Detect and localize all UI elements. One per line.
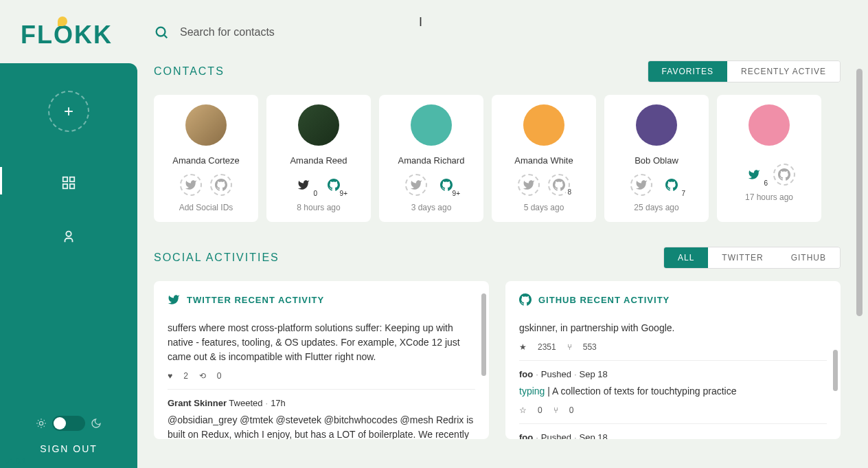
version-label: v1.0.1 bbox=[5, 457, 26, 465]
github-badge[interactable]: 7 bbox=[661, 174, 683, 196]
text-cursor: I bbox=[419, 15, 422, 30]
twitter-badge[interactable] bbox=[630, 174, 652, 196]
github-count: 8 bbox=[566, 188, 573, 196]
search-icon bbox=[154, 25, 169, 40]
tweet-text: suffers where most cross-platform soluti… bbox=[168, 321, 475, 364]
tab-recently-active[interactable]: RECENTLY ACTIVE bbox=[727, 61, 840, 82]
twitter-badge[interactable] bbox=[405, 174, 427, 196]
signout-button[interactable]: SIGN OUT bbox=[40, 443, 98, 454]
activities-heading: SOCIAL ACTIVITIES bbox=[154, 252, 279, 264]
contact-card[interactable]: Amanda CortezeAdd Social IDs bbox=[154, 95, 258, 222]
contact-name: Amanda Reed bbox=[290, 155, 347, 166]
twitter-badge[interactable] bbox=[180, 174, 202, 196]
tweet-time: 17h bbox=[271, 398, 286, 408]
contact-meta: 8 hours ago bbox=[297, 203, 340, 212]
search-input[interactable] bbox=[180, 26, 455, 38]
contact-name: Bob Oblaw bbox=[635, 155, 678, 166]
tab-twitter[interactable]: TWITTER bbox=[708, 247, 777, 268]
twitter-badge[interactable]: 0 bbox=[293, 174, 315, 196]
moon-icon bbox=[91, 418, 102, 429]
avatar bbox=[523, 104, 564, 146]
panel-scrollbar[interactable] bbox=[481, 293, 486, 376]
contact-name: Amanda White bbox=[514, 155, 573, 166]
github-badge[interactable] bbox=[210, 174, 232, 196]
fork-icon: ⑂ bbox=[553, 404, 558, 416]
contacts-nav-icon[interactable] bbox=[56, 223, 82, 249]
contacts-heading: CONTACTS bbox=[154, 65, 225, 78]
tab-github[interactable]: GITHUB bbox=[777, 247, 840, 268]
contact-meta: 3 days ago bbox=[411, 203, 452, 212]
contact-meta: 5 days ago bbox=[524, 203, 564, 212]
gh-repo-link[interactable]: typing bbox=[519, 386, 545, 397]
github-badge[interactable]: 9+ bbox=[323, 174, 345, 196]
main-scrollbar[interactable] bbox=[856, 69, 863, 316]
svg-rect-1 bbox=[70, 177, 74, 181]
like-count: 2 bbox=[183, 370, 188, 382]
github-count: 9+ bbox=[339, 190, 349, 197]
contact-name: Amanda Corteze bbox=[172, 155, 240, 166]
logo: FLOKK bbox=[0, 0, 137, 63]
avatar bbox=[298, 104, 339, 146]
twitter-panel: TWITTER RECENT ACTIVITY suffers where mo… bbox=[154, 281, 489, 439]
gh-author: foo bbox=[519, 432, 533, 440]
gh-action: Pushed bbox=[541, 369, 571, 379]
fork-count: 0 bbox=[569, 404, 574, 416]
contact-meta: 17 hours ago bbox=[745, 192, 793, 202]
add-contact-button[interactable]: + bbox=[48, 91, 89, 132]
twitter-count: 0 bbox=[312, 190, 319, 197]
gh-time: Sep 18 bbox=[580, 369, 608, 379]
tweet-author: Grant Skinner bbox=[168, 398, 227, 408]
github-panel: GITHUB RECENT ACTIVITY gskinner, in part… bbox=[505, 281, 841, 439]
activities-tabs: ALL TWITTER GITHUB bbox=[663, 247, 841, 269]
star-count: 2351 bbox=[538, 341, 556, 353]
twitter-badge[interactable] bbox=[518, 174, 540, 196]
twitter-badge[interactable]: 6 bbox=[743, 164, 765, 186]
fork-count: 553 bbox=[583, 341, 597, 353]
panel-scrollbar[interactable] bbox=[833, 350, 838, 391]
tweet-text: @obsidian_grey @tmtek @stevetek @bitchwh… bbox=[168, 413, 475, 440]
svg-rect-3 bbox=[70, 184, 74, 188]
github-icon bbox=[519, 293, 532, 306]
github-count: 9+ bbox=[451, 190, 461, 197]
star-icon: ☆ bbox=[519, 404, 527, 416]
github-badge[interactable]: 9+ bbox=[435, 174, 457, 196]
github-badge[interactable]: 8 bbox=[548, 174, 570, 196]
github-count: 7 bbox=[680, 190, 687, 197]
sidebar-nav: + SIGN OUT bbox=[0, 63, 137, 468]
contact-meta: 25 days ago bbox=[634, 203, 678, 212]
github-badge[interactable] bbox=[773, 164, 795, 186]
contact-card[interactable]: Amanda White85 days ago bbox=[492, 95, 596, 222]
avatar bbox=[411, 104, 452, 146]
avatar bbox=[636, 104, 677, 146]
gh-action: Pushed bbox=[541, 432, 571, 440]
dashboard-nav-icon[interactable] bbox=[56, 170, 82, 196]
github-panel-title: GITHUB RECENT ACTIVITY bbox=[538, 295, 670, 305]
heart-icon[interactable]: ♥ bbox=[168, 370, 172, 382]
contact-meta: Add Social IDs bbox=[179, 203, 233, 212]
contact-card[interactable]: Amanda Richard9+3 days ago bbox=[379, 95, 483, 222]
contacts-tabs: FAVORITES RECENTLY ACTIVE bbox=[648, 60, 841, 82]
twitter-count: 6 bbox=[762, 179, 769, 187]
contact-card[interactable]: Bob Oblaw725 days ago bbox=[604, 95, 709, 222]
retweet-count: 0 bbox=[217, 370, 222, 382]
gh-author: foo bbox=[519, 369, 533, 379]
svg-point-6 bbox=[157, 27, 165, 36]
retweet-icon[interactable]: ⟲ bbox=[199, 370, 206, 382]
star-icon: ★ bbox=[519, 341, 527, 353]
contact-card[interactable]: Amanda Reed09+8 hours ago bbox=[266, 95, 371, 222]
svg-point-4 bbox=[66, 232, 71, 236]
fork-icon: ⑂ bbox=[567, 341, 572, 353]
star-count: 0 bbox=[538, 404, 542, 416]
tab-all[interactable]: ALL bbox=[664, 247, 708, 268]
tweet-action: Tweeted bbox=[229, 398, 262, 408]
gh-repo-desc: | A collection of texts for touchtyping … bbox=[545, 386, 736, 397]
avatar bbox=[749, 104, 790, 146]
theme-toggle[interactable] bbox=[52, 416, 85, 431]
logo-bird-icon bbox=[58, 16, 67, 26]
sun-icon bbox=[36, 418, 47, 429]
twitter-icon bbox=[168, 293, 180, 306]
contact-name: Amanda Richard bbox=[398, 155, 465, 166]
svg-rect-0 bbox=[63, 177, 67, 181]
tab-favorites[interactable]: FAVORITES bbox=[648, 61, 727, 82]
contact-card[interactable]: 617 hours ago bbox=[717, 95, 821, 222]
